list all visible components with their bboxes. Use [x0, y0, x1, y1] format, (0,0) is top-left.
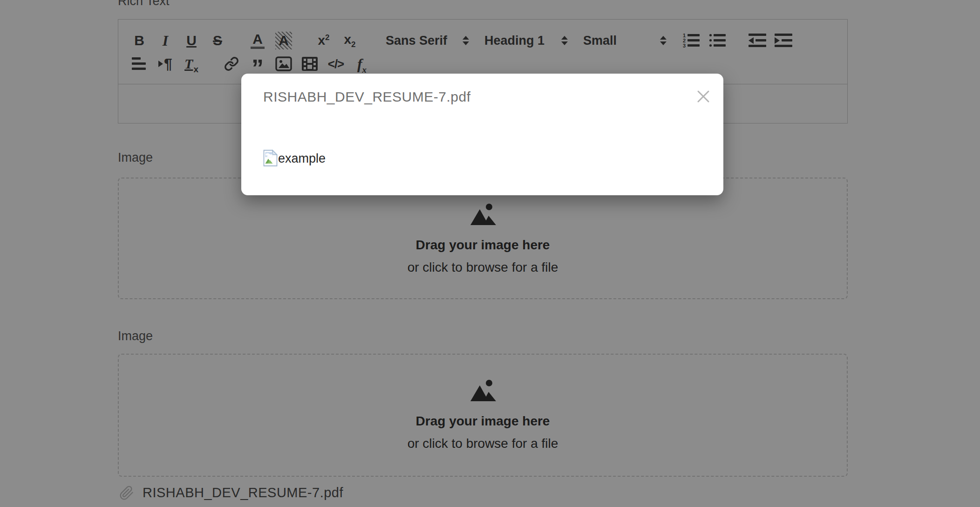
modal-title: RISHABH_DEV_RESUME-7.pdf [263, 89, 470, 105]
file-preview-modal: RISHABH_DEV_RESUME-7.pdf example [241, 74, 723, 195]
broken-image-icon [263, 150, 278, 167]
modal-close-button[interactable] [693, 86, 714, 107]
close-icon [694, 87, 713, 106]
page: Rich Text B I U S A [0, 0, 980, 507]
preview-image-area: example [263, 150, 326, 167]
broken-image-alt-text: example [278, 151, 326, 166]
